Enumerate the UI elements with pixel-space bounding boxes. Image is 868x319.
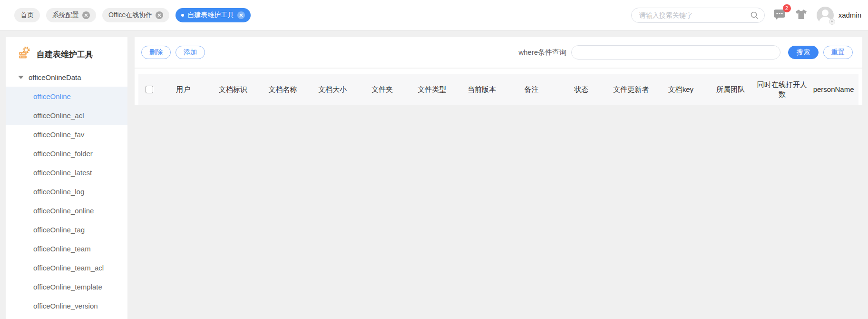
column-header-doc-key: 文档key [656, 85, 706, 94]
tshirt-icon [795, 9, 807, 22]
avatar-person-icon [822, 10, 829, 16]
table-tree: officeOnlineData officeOnline officeOnli… [6, 68, 127, 315]
column-header-status: 状态 [556, 85, 606, 94]
table-header-row: 用户 文档标识 文档名称 文档大小 文件夹 文件类型 当前版本 备注 状态 文件… [138, 74, 858, 105]
maintenance-tool-icon [18, 47, 31, 62]
tree-root-label: officeOnlineData [29, 73, 81, 81]
column-header-team: 所属团队 [706, 85, 756, 94]
column-header-file-updater: 文件更新者 [606, 85, 656, 94]
tree-item-officeOnline_folder[interactable]: officeOnline_folder [6, 144, 127, 163]
select-all-cell [138, 86, 158, 93]
column-header-file-type: 文件类型 [407, 85, 457, 94]
tree-item-officeOnline_version[interactable]: officeOnline_version [6, 296, 127, 315]
tab-close-icon[interactable] [237, 11, 245, 19]
tab-bar: 首页 系统配置 Office在线协作 自建表维护工具 [14, 8, 251, 22]
tab-system-config[interactable]: 系统配置 [46, 8, 96, 22]
search-input[interactable] [631, 8, 765, 23]
tab-label: Office在线协作 [108, 11, 152, 20]
message-count-badge: 2 [783, 4, 791, 12]
column-header-doc-id: 文档标识 [208, 85, 258, 94]
column-header-remark: 备注 [507, 85, 556, 94]
topbar-right: 2 xadmin [631, 7, 863, 24]
tab-home[interactable]: 首页 [14, 8, 40, 22]
sidebar: 自建表维护工具 officeOnlineData officeOnline of… [6, 37, 127, 319]
tree-item-officeOnline_acl[interactable]: officeOnline_acl [6, 106, 127, 125]
tree-item-officeOnline_template[interactable]: officeOnline_template [6, 277, 127, 296]
active-tab-dot-icon [181, 14, 184, 17]
username[interactable]: xadmin [839, 11, 861, 19]
reset-button[interactable]: 重置 [823, 46, 853, 59]
tab-label: 首页 [20, 11, 34, 20]
where-query-label: where条件查询 [518, 48, 566, 57]
messages-button[interactable]: 2 [773, 9, 786, 22]
add-button[interactable]: 添加 [176, 46, 205, 59]
theme-skin-button[interactable] [795, 9, 807, 22]
sidebar-title-text: 自建表维护工具 [37, 49, 93, 60]
tab-table-maintenance-active[interactable]: 自建表维护工具 [176, 8, 251, 22]
column-header-online-open-count: 同时在线打开人数 [755, 80, 809, 100]
search-icon[interactable] [750, 11, 759, 21]
table-card: 删除 添加 where条件查询 搜索 重置 用户 文档标识 文档名称 文档大小 … [135, 37, 862, 105]
main-layout: 自建表维护工具 officeOnlineData officeOnline of… [0, 30, 868, 319]
tree-item-officeOnline_online[interactable]: officeOnline_online [6, 201, 127, 220]
table-toolbar: 删除 添加 where条件查询 搜索 重置 [135, 37, 862, 69]
tree-item-officeOnline_tag[interactable]: officeOnline_tag [6, 220, 127, 239]
tree-item-officeOnline_log[interactable]: officeOnline_log [6, 182, 127, 201]
column-header-folder: 文件夹 [357, 85, 407, 94]
select-all-checkbox[interactable] [146, 86, 153, 93]
search-button[interactable]: 搜索 [788, 46, 819, 59]
avatar-camera-badge-icon [829, 19, 835, 25]
tree-item-officeOnline[interactable]: officeOnline [6, 87, 127, 106]
content-area: 删除 添加 where条件查询 搜索 重置 用户 文档标识 文档名称 文档大小 … [135, 37, 862, 105]
tab-label: 自建表维护工具 [187, 11, 234, 20]
tab-close-icon[interactable] [156, 11, 163, 19]
tree-node-officeOnlineData[interactable]: officeOnlineData [6, 68, 127, 87]
column-header-doc-size: 文档大小 [308, 85, 358, 94]
tree-item-officeOnline_fav[interactable]: officeOnline_fav [6, 125, 127, 144]
tree-item-officeOnline_team[interactable]: officeOnline_team [6, 239, 127, 258]
caret-down-icon [18, 76, 24, 79]
tree-item-officeOnline_latest[interactable]: officeOnline_latest [6, 163, 127, 182]
column-header-person-name: personName [809, 85, 858, 94]
column-header-doc-name: 文档名称 [258, 85, 308, 94]
tab-label: 系统配置 [52, 11, 79, 20]
delete-button[interactable]: 删除 [141, 46, 171, 59]
column-header-current-version: 当前版本 [457, 85, 507, 94]
topbar: 首页 系统配置 Office在线协作 自建表维护工具 [0, 0, 868, 30]
tab-close-icon[interactable] [82, 11, 90, 19]
sidebar-title: 自建表维护工具 [6, 37, 127, 68]
tree-item-officeOnline_team_acl[interactable]: officeOnline_team_acl [6, 258, 127, 277]
global-search [631, 8, 765, 23]
user-avatar[interactable] [817, 7, 834, 24]
column-header-user: 用户 [158, 85, 208, 94]
tab-office-online[interactable]: Office在线协作 [102, 8, 169, 22]
where-query-input[interactable] [571, 45, 780, 60]
